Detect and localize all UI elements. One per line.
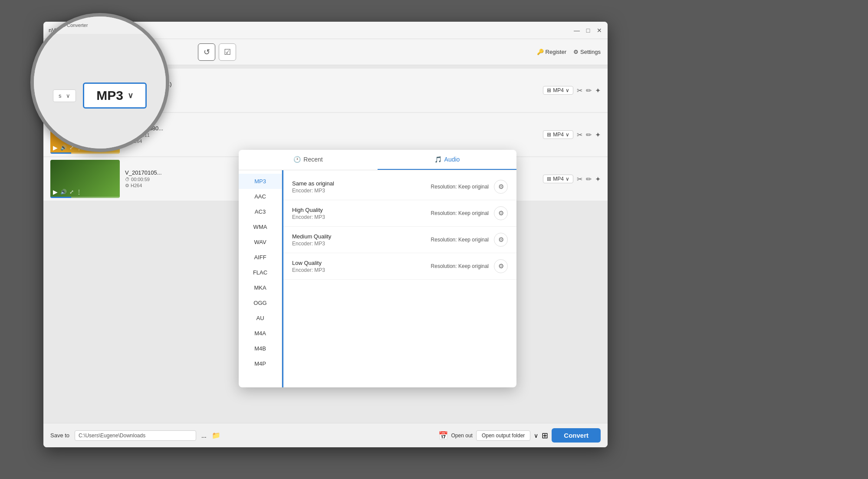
format-item-mka[interactable]: MKA bbox=[239, 280, 282, 295]
edit-icon[interactable]: ✏ bbox=[586, 131, 592, 139]
format-item-ogg[interactable]: OGG bbox=[239, 295, 282, 311]
grid-view-icon[interactable]: ⊞ bbox=[542, 431, 548, 440]
settings-button[interactable]: ⚙ Settings bbox=[573, 49, 601, 55]
format-item-flac[interactable]: FLAC bbox=[239, 265, 282, 280]
convert-mode-button[interactable]: ↺ bbox=[198, 43, 215, 61]
quality-encoder: Encoder: MP3 bbox=[292, 188, 431, 194]
quality-settings-button[interactable]: ⚙ bbox=[494, 233, 508, 247]
grid-icon: ⊞ bbox=[547, 87, 551, 93]
format-item-m4p[interactable]: M4P bbox=[239, 356, 282, 371]
quality-list: Same as original Encoder: MP3 Resolution… bbox=[283, 170, 516, 387]
video-name: Untitled-1080... (1) bbox=[125, 81, 538, 87]
format-dropdown-modal: 🕐 Recent 🎵 Audio MP3 AAC AC3 WMA WAV AIF… bbox=[239, 150, 516, 387]
cut-icon[interactable]: ✂ bbox=[577, 86, 582, 95]
quality-resolution: Resolution: Keep original bbox=[431, 237, 489, 243]
save-path: C:\Users\Eugene\Downloads bbox=[75, 430, 196, 441]
quality-resolution: Resolution: Keep original bbox=[431, 184, 489, 190]
quality-item-high[interactable]: High Quality Encoder: MP3 Resolution: Ke… bbox=[283, 200, 516, 227]
save-to-label: Save to bbox=[50, 432, 69, 439]
browse-folder-button[interactable]: ... bbox=[201, 432, 207, 439]
dropdown-icon: ∨ bbox=[566, 132, 569, 138]
convert-button[interactable]: Convert bbox=[552, 428, 601, 443]
format-item-au[interactable]: AU bbox=[239, 311, 282, 326]
more-icon[interactable]: ⋮ bbox=[76, 189, 82, 195]
quality-settings-button[interactable]: ⚙ bbox=[494, 206, 508, 220]
register-button[interactable]: 🔑 Register bbox=[537, 49, 566, 55]
quality-info: Low Quality Encoder: MP3 bbox=[292, 260, 431, 273]
video-codec: ⚙ H264 bbox=[125, 139, 538, 144]
magnifier-toolbar: nVoits Video Converter bbox=[34, 17, 166, 34]
quality-encoder: Encoder: MP3 bbox=[292, 267, 431, 273]
volume-icon[interactable]: 🔊 bbox=[60, 189, 67, 195]
minimize-button[interactable]: — bbox=[574, 27, 580, 33]
tab-audio[interactable]: 🎵 Audio bbox=[378, 150, 516, 170]
magnifier-title: nVoits Video Converter bbox=[39, 23, 88, 28]
quality-item-low[interactable]: Low Quality Encoder: MP3 Resolution: Kee… bbox=[283, 253, 516, 280]
clock-icon: 🕐 bbox=[293, 156, 301, 163]
quality-resolution: Resolution: Keep original bbox=[431, 263, 489, 269]
format-list: MP3 AAC AC3 WMA WAV AIFF FLAC MKA OGG AU… bbox=[239, 170, 282, 387]
magnifier-overlay: nVoits Video Converter s ∨ MP3 ∨ bbox=[30, 13, 169, 152]
format-badge[interactable]: ⊞ MP4 ∨ bbox=[543, 175, 573, 183]
magnifier-format-label: MP3 bbox=[96, 88, 123, 103]
format-badge[interactable]: ⊞ MP4 ∨ bbox=[543, 86, 573, 95]
bottom-actions: 📅 Open out Open output folder ∨ ⊞ Conver… bbox=[438, 428, 601, 443]
dropdown-icon: ∨ bbox=[566, 87, 569, 93]
format-item-mp3[interactable]: MP3 bbox=[239, 174, 282, 189]
video-codec: ⚙ H264 bbox=[125, 94, 538, 100]
format-item-wav[interactable]: WAV bbox=[239, 235, 282, 250]
quality-resolution: Resolution: Keep original bbox=[431, 210, 489, 216]
format-item-m4a[interactable]: M4A bbox=[239, 326, 282, 341]
quality-item-same[interactable]: Same as original Encoder: MP3 Resolution… bbox=[283, 174, 516, 200]
cut-icon[interactable]: ✂ bbox=[577, 175, 582, 183]
play-icon[interactable]: ▶ bbox=[53, 188, 58, 195]
wand-icon[interactable]: ✦ bbox=[595, 131, 601, 139]
magnifier-source-select: s ∨ bbox=[53, 89, 76, 102]
title-bar-controls: — □ ✕ bbox=[574, 27, 602, 33]
format-item-aac[interactable]: AAC bbox=[239, 189, 282, 204]
quality-name: Medium Quality bbox=[292, 233, 431, 240]
toolbar-center: ↺ ☑ bbox=[198, 43, 236, 61]
open-out-label: Open out bbox=[451, 433, 473, 439]
open-folder-icon-button[interactable]: 📁 bbox=[212, 431, 220, 439]
edit-icon[interactable]: ✏ bbox=[586, 86, 592, 95]
open-output-folder-button[interactable]: Open output folder bbox=[476, 430, 530, 441]
quality-settings-button[interactable]: ⚙ bbox=[494, 259, 508, 273]
format-badge[interactable]: ⊞ MP4 ∨ bbox=[543, 130, 573, 139]
check-mode-button[interactable]: ☑ bbox=[219, 43, 236, 61]
wand-icon[interactable]: ✦ bbox=[595, 86, 601, 95]
dropdown-icon: ∨ bbox=[566, 176, 569, 182]
video-actions: ⊞ MP4 ∨ ✂ ✏ ✦ bbox=[543, 175, 601, 183]
format-item-ac3[interactable]: AC3 bbox=[239, 204, 282, 219]
grid-icon: ⊞ bbox=[547, 176, 551, 182]
quality-info: High Quality Encoder: MP3 bbox=[292, 207, 431, 220]
magnifier-format-btn[interactable]: MP3 ∨ bbox=[83, 83, 147, 109]
quality-encoder: Encoder: MP3 bbox=[292, 214, 431, 220]
video-duration: ⏱ 00:00:07 bbox=[125, 88, 538, 93]
edit-icon[interactable]: ✏ bbox=[586, 175, 592, 183]
quality-encoder: Encoder: MP3 bbox=[292, 241, 431, 247]
wand-icon[interactable]: ✦ bbox=[595, 175, 601, 183]
format-item-wma[interactable]: WMA bbox=[239, 219, 282, 235]
key-icon: 🔑 bbox=[537, 49, 544, 55]
video-actions: ⊞ MP4 ∨ ✂ ✏ ✦ bbox=[543, 86, 601, 95]
quality-name: Low Quality bbox=[292, 260, 431, 266]
tab-recent[interactable]: 🕐 Recent bbox=[239, 150, 378, 170]
quality-settings-button[interactable]: ⚙ bbox=[494, 180, 508, 194]
dropdown-arrow-button[interactable]: ∨ bbox=[534, 432, 538, 439]
format-item-m4b[interactable]: M4B bbox=[239, 341, 282, 356]
bottom-bar: Save to C:\Users\Eugene\Downloads ... 📁 … bbox=[43, 423, 608, 447]
close-button[interactable]: ✕ bbox=[596, 27, 602, 33]
quality-item-medium[interactable]: Medium Quality Encoder: MP3 Resolution: … bbox=[283, 227, 516, 253]
cut-icon[interactable]: ✂ bbox=[577, 131, 582, 139]
format-modal-header: 🕐 Recent 🎵 Audio bbox=[239, 150, 516, 170]
toolbar-right: 🔑 Register ⚙ Settings bbox=[537, 49, 601, 55]
quality-name: High Quality bbox=[292, 207, 431, 213]
resize-icon[interactable]: ⤢ bbox=[69, 189, 74, 195]
format-item-aiff[interactable]: AIFF bbox=[239, 250, 282, 265]
video-duration: ⏱ 00:00:11 bbox=[125, 132, 538, 138]
video-name: Untitled-1080... bbox=[125, 125, 538, 132]
music-icon: 🎵 bbox=[434, 156, 442, 163]
maximize-button[interactable]: □ bbox=[585, 27, 591, 33]
calendar-icon[interactable]: 📅 bbox=[438, 431, 448, 440]
